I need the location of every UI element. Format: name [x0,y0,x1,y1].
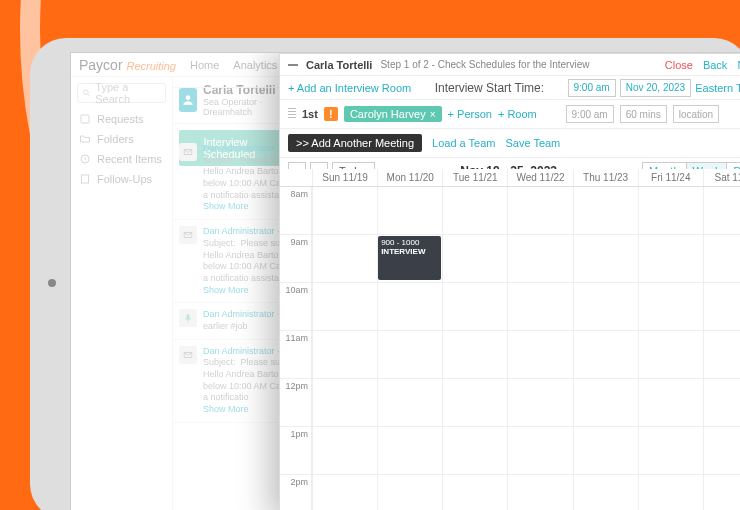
calendar-cell[interactable] [312,235,377,282]
start-time-row: + Add an Interview Room Interview Start … [280,76,740,100]
duration-input[interactable]: 60 mins [620,105,667,123]
hour-label: 11am [280,331,312,378]
calendar-cell[interactable] [638,475,703,510]
calendar-cell[interactable] [312,379,377,426]
calendar-cell[interactable] [507,235,572,282]
calendar-cell[interactable] [442,475,507,510]
hour-label: 8am [280,187,312,234]
calendar-cell[interactable] [377,379,442,426]
calendar-event[interactable]: 900 - 1000INTERVIEW [378,236,441,280]
calendar-grid[interactable]: Sun 11/19Mon 11/20Tue 11/21Wed 11/22Thu … [280,169,740,510]
add-another-meeting-button[interactable]: >> Add Another Meeting [288,134,422,152]
hour-label: 10am [280,283,312,330]
calendar-cell[interactable] [312,427,377,474]
calendar-cell[interactable] [442,187,507,234]
drag-handle-icon[interactable] [288,108,296,120]
calendar-cell[interactable] [442,283,507,330]
location-input[interactable]: location [673,105,719,123]
meeting-actions-row: >> Add Another Meeting Load a Team Save … [280,129,740,158]
calendar-cell[interactable] [573,379,638,426]
calendar-cell[interactable] [312,475,377,510]
calendar-cell[interactable] [377,331,442,378]
day-header: Tue 11/21 [442,169,507,186]
calendar-cell[interactable] [442,427,507,474]
event-title: INTERVIEW [381,247,438,256]
hour-label: 9am [280,235,312,282]
close-button[interactable]: Close [665,59,693,71]
calendar-cell[interactable] [507,475,572,510]
calendar-cell[interactable] [638,187,703,234]
calendar-cell[interactable] [377,475,442,510]
chip-remove-icon[interactable]: × [430,109,436,120]
calendar-cell[interactable] [312,187,377,234]
calendar-cell[interactable] [507,283,572,330]
minimize-icon[interactable] [288,64,298,66]
attendee-chip[interactable]: Carolyn Harvey× [344,106,442,122]
tablet-frame: Paycor Recruiting Home Analytics Integra… [30,38,740,510]
calendar-cell[interactable] [573,331,638,378]
hour-row: 10am [280,283,740,331]
day-header: Wed 11/22 [507,169,572,186]
calendar-cell[interactable] [638,427,703,474]
calendar-cell[interactable] [638,379,703,426]
calendar-cell[interactable] [703,331,740,378]
calendar-cell[interactable] [573,283,638,330]
start-time-input[interactable]: 9:00 am [568,79,616,97]
timezone-link[interactable]: Eastern Time [695,82,740,94]
load-team-link[interactable]: Load a Team [432,137,495,149]
calendar-cell[interactable] [638,331,703,378]
calendar-cell[interactable] [507,379,572,426]
calendar-cell[interactable] [703,475,740,510]
calendar-cell[interactable] [442,379,507,426]
calendar-cell[interactable] [703,187,740,234]
back-button[interactable]: Back [703,59,727,71]
calendar-cell[interactable] [573,475,638,510]
calendar-cell[interactable] [703,283,740,330]
save-team-link[interactable]: Save Team [505,137,560,149]
calendar-body: 8am9am10am11am12pm1pm2pm3pm4pm900 - 1000… [280,187,740,510]
calendar-cell[interactable] [312,331,377,378]
meeting-order: 1st [302,108,318,120]
calendar-cell[interactable] [703,379,740,426]
day-header: Thu 11/23 [573,169,638,186]
hour-row: 12pm [280,379,740,427]
add-interview-room-link[interactable]: + Add an Interview Room [288,82,411,94]
camera-dot [48,279,56,287]
calendar-cell[interactable] [507,187,572,234]
modal-candidate-name: Carla Tortelli [306,59,372,71]
calendar-cell[interactable] [638,235,703,282]
hour-row: 2pm [280,475,740,510]
calendar-header: Sun 11/19Mon 11/20Tue 11/21Wed 11/22Thu … [280,169,740,187]
end-time-input[interactable]: 9:00 am [566,105,614,123]
schedule-modal: Carla Tortelli Step 1 of 2 - Check Sched… [279,53,740,510]
calendar-cell[interactable] [703,427,740,474]
day-header: Sun 11/19 [312,169,377,186]
calendar-cell[interactable] [312,283,377,330]
modal-header: Carla Tortelli Step 1 of 2 - Check Sched… [280,54,740,76]
start-time-label: Interview Start Time: [435,81,544,95]
calendar-cell[interactable] [507,331,572,378]
app-screen: Paycor Recruiting Home Analytics Integra… [70,52,740,510]
calendar-cell[interactable] [573,187,638,234]
add-person-link[interactable]: + Person [448,108,492,120]
hour-label: 2pm [280,475,312,510]
add-room-link[interactable]: + Room [498,108,537,120]
calendar-cell[interactable] [377,427,442,474]
calendar-cell[interactable] [638,283,703,330]
calendar-cell[interactable] [573,235,638,282]
calendar-cell[interactable] [377,283,442,330]
hour-row: 1pm [280,427,740,475]
hour-row: 8am [280,187,740,235]
day-header: Mon 11/20 [377,169,442,186]
calendar-cell[interactable] [573,427,638,474]
start-date-input[interactable]: Nov 20, 2023 [620,79,692,97]
calendar-cell[interactable] [703,235,740,282]
hour-label: 1pm [280,427,312,474]
day-header: Sat 11/25 [703,169,740,186]
calendar-cell[interactable] [507,427,572,474]
modal-step: Step 1 of 2 - Check Schedules for the In… [380,59,589,70]
calendar-cell[interactable] [442,235,507,282]
calendar-cell[interactable] [442,331,507,378]
hour-label: 12pm [280,379,312,426]
calendar-cell[interactable] [377,187,442,234]
